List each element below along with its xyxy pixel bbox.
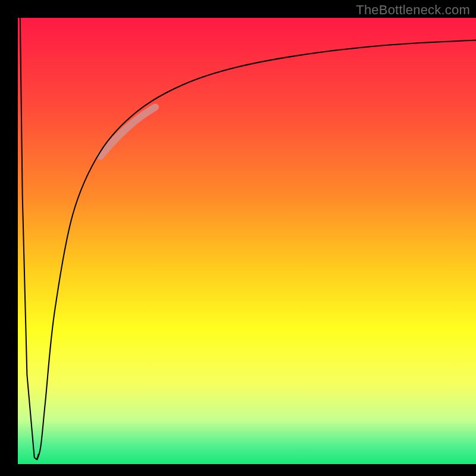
chart-stage: TheBottleneck.com [0,0,476,476]
gradient-plot-area [18,18,476,464]
watermark-text: TheBottleneck.com [356,2,470,18]
bottleneck-chart [0,0,476,476]
